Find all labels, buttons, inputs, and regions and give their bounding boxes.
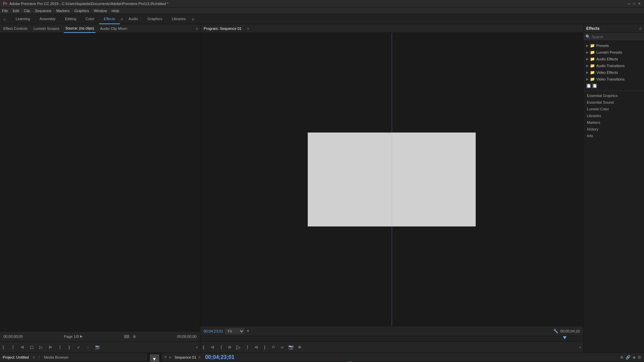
- folder-icon-audio-trans: 📁: [590, 63, 595, 68]
- bottom-row: Project: Untitled ≡ | Media Browser 📁 Un…: [0, 353, 644, 362]
- page-indicator-text: Page 1/0: [64, 334, 79, 339]
- tl-tool-settings[interactable]: ⚙: [638, 355, 641, 360]
- prog-step-back2[interactable]: ⟨: [218, 344, 224, 351]
- menu-window[interactable]: Window: [94, 9, 107, 13]
- source-stop-button[interactable]: ◻: [28, 344, 35, 351]
- home-icon[interactable]: ⌂: [3, 17, 6, 21]
- project-menu-icon[interactable]: ≡: [33, 355, 35, 359]
- tab-editing[interactable]: Editing: [60, 14, 81, 24]
- tree-item-presets[interactable]: ▶ 📁 Presets: [584, 42, 644, 49]
- tab-source[interactable]: Source: (no clips): [64, 24, 95, 33]
- source-panel-menu-icon[interactable]: ≡: [196, 27, 198, 31]
- tab-graphics[interactable]: Graphics: [143, 14, 167, 24]
- folder-icon-video-effects: 📁: [590, 70, 595, 75]
- effects-link-history[interactable]: History: [584, 126, 644, 133]
- menu-edit[interactable]: Edit: [13, 9, 19, 13]
- minimize-button[interactable]: —: [627, 1, 631, 6]
- menu-markers[interactable]: Markers: [56, 9, 70, 13]
- timeline-close-icon[interactable]: ✕: [164, 355, 167, 359]
- prog-multitrack[interactable]: ⊞: [296, 344, 303, 351]
- effects-link-essential-graphics[interactable]: Essential Graphics: [584, 92, 644, 99]
- source-overwrite[interactable]: ↓: [85, 344, 91, 351]
- page-next-icon[interactable]: ▶: [80, 334, 83, 339]
- source-mark-in[interactable]: {: [0, 344, 7, 351]
- prog-play[interactable]: ▷: [235, 344, 242, 351]
- maximize-button[interactable]: □: [632, 1, 636, 6]
- prog-mark-in[interactable]: {: [200, 344, 207, 351]
- tab-color[interactable]: Color: [81, 14, 99, 24]
- tab-effects[interactable]: Effects: [99, 14, 120, 24]
- wrench-icon[interactable]: 🔧: [553, 329, 558, 333]
- tree-item-video-transitions[interactable]: ▶ 📁 Video Transitions: [584, 76, 644, 83]
- prog-add-button[interactable]: +: [579, 345, 581, 349]
- tab-learning[interactable]: Learning: [11, 14, 35, 24]
- main-layout: Effect Controls Lumetri Scopes Source: (…: [0, 24, 644, 353]
- tab-libraries[interactable]: Libraries: [167, 14, 190, 24]
- tool-select[interactable]: ▼: [150, 354, 159, 362]
- source-mark-out[interactable]: }: [66, 344, 73, 351]
- tab-audio-clip-mixer[interactable]: Audio Clip Mixer:: [99, 24, 129, 33]
- tl-tool-marker[interactable]: ◈: [633, 355, 636, 360]
- effects-link-libraries[interactable]: Libraries: [584, 112, 644, 119]
- prog-lift[interactable]: ⊓: [270, 344, 277, 351]
- menu-graphics[interactable]: Graphics: [74, 9, 89, 13]
- timeline-timecode: 00;04;23;01: [205, 354, 234, 360]
- prog-step-back[interactable]: ⊲: [209, 344, 216, 351]
- effects-link-markers[interactable]: Markers: [584, 119, 644, 126]
- source-go-in[interactable]: ⊲: [19, 344, 26, 351]
- source-timecode-bar: 00;00;00;00 Page 1/0 ▶ ⊕ 00;00;00;00: [0, 331, 200, 341]
- menu-file[interactable]: File: [2, 9, 8, 13]
- menu-clip[interactable]: Clip: [24, 9, 30, 13]
- source-empty-area: [0, 33, 200, 331]
- effects-title: Effects: [586, 26, 600, 31]
- effects-search-input[interactable]: [592, 35, 642, 39]
- source-insert[interactable]: ↙: [75, 344, 82, 351]
- tree-item-video-effects[interactable]: ▶ 📁 Video Effects: [584, 69, 644, 76]
- tree-item-audio-transitions[interactable]: ▶ 📁 Audio Transitions: [584, 62, 644, 69]
- timeline-title: Sequence 01: [174, 355, 196, 359]
- source-camera[interactable]: 📷: [94, 344, 101, 351]
- tab-effect-controls[interactable]: Effect Controls: [2, 24, 29, 33]
- program-ruler: [200, 336, 583, 341]
- effects-link-info[interactable]: Info: [584, 133, 644, 139]
- source-step-back[interactable]: ⟨: [9, 344, 16, 351]
- tl-tool-snap[interactable]: ⊕: [620, 355, 624, 360]
- menu-sequence[interactable]: Sequence: [35, 9, 52, 13]
- source-play-button[interactable]: ▷: [38, 344, 44, 351]
- source-add-button[interactable]: +: [196, 345, 198, 349]
- tab-media-browser[interactable]: Media Browser: [44, 355, 69, 359]
- fit-dropdown[interactable]: Fit 25% 50% 100%: [225, 328, 244, 334]
- tree-label-audio-trans: Audio Transitions: [596, 64, 625, 68]
- folder-icon-video-trans: 📁: [590, 77, 595, 82]
- center-panel: Program: Sequence 01 ≡ 00;04;23;01 Fit 2…: [200, 24, 584, 353]
- tree-item-audio-effects[interactable]: ▶ 📁 Audio Effects: [584, 56, 644, 62]
- timeline-menu-icon[interactable]: ≡: [198, 355, 200, 359]
- tree-item-lumetri-presets[interactable]: ▶ 📁 Lumetri Presets: [584, 49, 644, 56]
- source-wrench-icon[interactable]: ⊕: [133, 334, 136, 339]
- workspace-more-button[interactable]: »: [192, 16, 195, 22]
- prog-go-out[interactable]: ⊲: [253, 344, 259, 351]
- source-panel-area: 00;00;00;00 Page 1/0 ▶ ⊕ 00;00;00;00 { ⟨…: [0, 33, 200, 353]
- source-go-out[interactable]: ⊳: [47, 344, 54, 351]
- tab-audio[interactable]: Audio: [124, 14, 143, 24]
- file-icon-2[interactable]: 📄: [592, 84, 597, 88]
- program-menu-icon[interactable]: ≡: [247, 27, 249, 31]
- effects-link-essential-sound[interactable]: Essential Sound: [584, 99, 644, 106]
- menu-help[interactable]: Help: [112, 9, 119, 13]
- source-settings-icon[interactable]: [124, 335, 129, 338]
- tab-lumetri-scopes[interactable]: Lumetri Scopes: [32, 24, 60, 33]
- file-icon-1[interactable]: 📄: [586, 84, 591, 88]
- prog-mark-out[interactable]: }: [261, 344, 268, 351]
- prog-step-fwd[interactable]: ⟩: [244, 344, 251, 351]
- effects-menu-icon[interactable]: ≡: [639, 27, 641, 31]
- tl-tool-link[interactable]: 🔗: [626, 355, 631, 360]
- workspace-bar: ⌂ Learning Assembly Editing Color Effect…: [0, 14, 644, 24]
- prog-camera[interactable]: 📷: [288, 344, 294, 351]
- source-step-forward[interactable]: ⟩: [56, 344, 63, 351]
- effects-link-lumetri-color[interactable]: Lumetri Color: [584, 106, 644, 112]
- source-timecode-left: 00;00;00;00: [3, 334, 23, 339]
- prog-extract[interactable]: ⊔: [279, 344, 286, 351]
- tab-assembly[interactable]: Assembly: [35, 14, 60, 24]
- prog-go-in[interactable]: ⊳: [226, 344, 233, 351]
- close-button[interactable]: ✕: [637, 1, 641, 6]
